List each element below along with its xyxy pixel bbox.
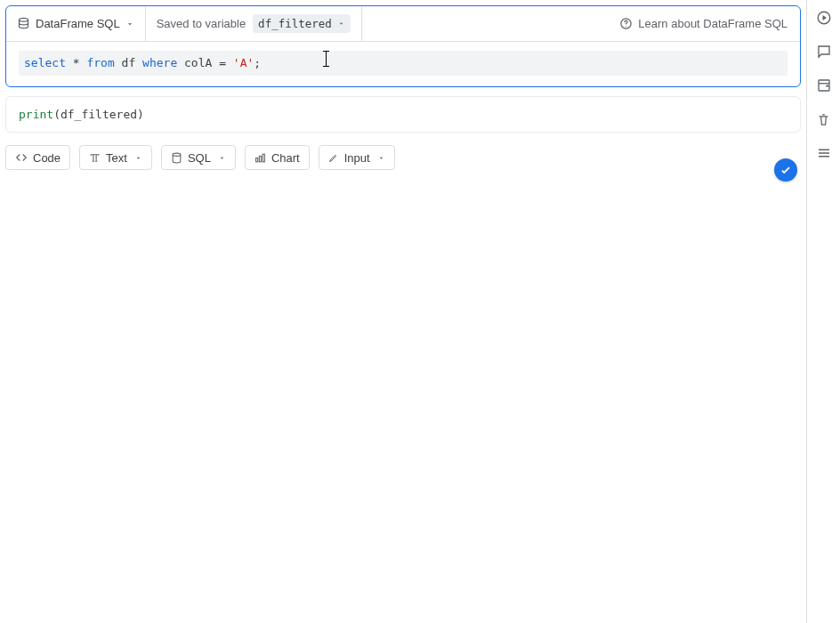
- run-history-button[interactable]: [815, 9, 833, 27]
- pencil-icon: [328, 152, 339, 163]
- svg-rect-5: [259, 156, 261, 162]
- learn-link[interactable]: Learn about DataFrame SQL: [607, 6, 800, 41]
- svg-rect-4: [256, 158, 258, 161]
- help-icon: [619, 17, 633, 30]
- cell-type-label: DataFrame SQL: [36, 17, 120, 30]
- svg-rect-6: [262, 154, 264, 162]
- code-text: colA =: [177, 56, 233, 69]
- database-icon: [171, 152, 182, 164]
- keyword: select: [24, 56, 66, 69]
- confirm-fab[interactable]: [774, 158, 797, 182]
- keyword: from: [86, 56, 114, 69]
- add-code-button[interactable]: Code: [5, 145, 70, 170]
- chevron-down-icon: [218, 154, 226, 162]
- add-chart-button[interactable]: Chart: [245, 145, 310, 170]
- chevron-down-icon: [337, 20, 345, 28]
- comment-button[interactable]: [815, 43, 833, 61]
- chevron-down-icon: [377, 154, 385, 162]
- button-label: Text: [106, 151, 127, 165]
- svg-point-3: [173, 153, 181, 156]
- string-literal: 'A': [233, 56, 254, 69]
- chart-icon: [254, 152, 266, 164]
- svg-point-2: [626, 26, 626, 27]
- button-label: SQL: [188, 151, 211, 165]
- sql-code-line[interactable]: select * from df where colA = 'A';: [19, 51, 788, 76]
- svg-point-0: [20, 18, 28, 21]
- sql-cell-header: DataFrame SQL Saved to variable df_filte…: [6, 6, 800, 42]
- saved-variable-label: Saved to variable: [157, 17, 246, 30]
- code-icon: [15, 151, 28, 164]
- text-cursor-icon: [326, 51, 327, 67]
- button-label: Input: [344, 151, 370, 165]
- code-text: *: [66, 56, 86, 69]
- variable-name: df_filtered: [258, 17, 332, 30]
- code-text: ;: [254, 56, 261, 69]
- more-menu-button[interactable]: [815, 144, 833, 162]
- database-icon: [17, 17, 30, 30]
- sql-cell: DataFrame SQL Saved to variable df_filte…: [5, 5, 801, 87]
- button-label: Code: [33, 151, 61, 165]
- add-cell-toolbar: Code Text SQL: [5, 145, 801, 170]
- learn-link-label: Learn about DataFrame SQL: [638, 17, 788, 30]
- code-cell[interactable]: print(df_filtered): [5, 96, 801, 134]
- delete-button[interactable]: [815, 110, 833, 128]
- check-icon: [779, 164, 792, 176]
- chevron-down-icon: [125, 20, 134, 28]
- function-name: print: [19, 108, 53, 121]
- text-icon: [89, 152, 101, 164]
- hide-output-button[interactable]: [815, 77, 833, 94]
- sql-editor[interactable]: select * from df where colA = 'A';: [6, 42, 800, 86]
- side-rail: [806, 0, 840, 623]
- add-input-button[interactable]: Input: [319, 145, 395, 170]
- code-text: df: [115, 56, 142, 69]
- keyword: where: [142, 56, 177, 69]
- code-line[interactable]: print(df_filtered): [19, 106, 788, 124]
- add-text-button[interactable]: Text: [79, 145, 152, 170]
- variable-selector[interactable]: df_filtered: [253, 14, 351, 33]
- code-text: (df_filtered): [53, 108, 144, 121]
- saved-variable-section: Saved to variable df_filtered: [146, 6, 362, 41]
- cell-type-selector[interactable]: DataFrame SQL: [6, 6, 146, 41]
- button-label: Chart: [271, 151, 300, 165]
- chevron-down-icon: [134, 154, 142, 162]
- add-sql-button[interactable]: SQL: [161, 145, 236, 170]
